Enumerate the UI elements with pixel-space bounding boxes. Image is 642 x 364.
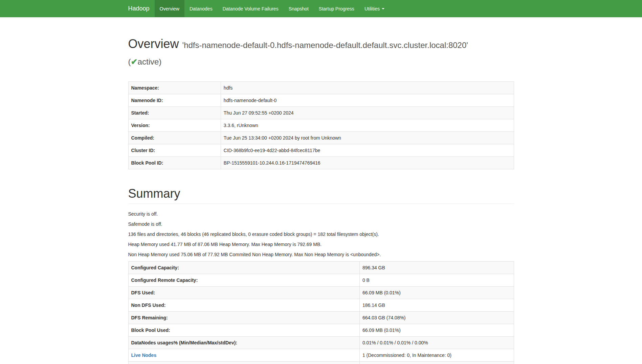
row-label: DFS Remaining:	[128, 312, 359, 324]
row-label: Started:	[128, 107, 221, 119]
nav-item: Snapshot	[284, 0, 314, 17]
row-label: Version:	[128, 119, 221, 132]
row-label: Namespace:	[128, 82, 221, 94]
navbar-menu: Overview Datanodes Datanode Volume Failu…	[155, 0, 390, 17]
nav-item: Overview	[155, 0, 184, 17]
caret-down-icon	[382, 8, 384, 9]
row-value: 0.01% / 0.01% / 0.01% / 0.00%	[359, 337, 514, 349]
nav-item-utilities-label: Utilities	[364, 6, 380, 11]
row-value: 66.09 MB (0.01%)	[359, 287, 514, 299]
row-value: 0 B	[359, 274, 514, 287]
nav-item: Utilities	[359, 0, 390, 17]
row-value: 664.03 GB (74.08%)	[359, 312, 514, 324]
row-value: hdfs-namenode-default-0	[221, 94, 514, 107]
row-label: Live Nodes	[128, 349, 359, 362]
navbar-brand[interactable]: Hadoop	[128, 0, 155, 17]
row-value: 3.3.6, rUnknown	[221, 119, 514, 132]
row-label: Compiled:	[128, 132, 221, 144]
table-row: Non DFS Used: 186.14 GB	[128, 299, 514, 312]
page-title-text: Overview	[128, 37, 179, 51]
summary-table: Configured Capacity: 896.34 GB Configure…	[128, 261, 514, 364]
table-row: Dead Nodes 0 (Decommissioned: 0, In Main…	[128, 362, 514, 364]
row-label: Non DFS Used:	[128, 299, 359, 312]
summary-line-heap-memory: Heap Memory used 41.77 MB of 87.06 MB He…	[128, 241, 514, 248]
table-row: Version: 3.3.6, rUnknown	[128, 119, 514, 132]
row-label: Configured Capacity:	[128, 262, 359, 274]
row-value: 0 (Decommissioned: 0, In Maintenance: 0)	[359, 362, 514, 364]
table-row: Block Pool ID: BP-1515559101-10.244.0.16…	[128, 157, 514, 169]
navbar: Hadoop Overview Datanodes Datanode Volum…	[0, 0, 642, 17]
nav-item: Startup Progress	[314, 0, 359, 17]
navbar-container: Hadoop Overview Datanodes Datanode Volum…	[123, 0, 519, 17]
summary-line-filesystem-objects: 136 files and directories, 46 blocks (46…	[128, 231, 514, 238]
row-value: 896.34 GB	[359, 262, 514, 274]
nav-item: Datanodes	[184, 0, 218, 17]
row-label: Block Pool ID:	[128, 157, 221, 169]
summary-line-security: Security is off.	[128, 211, 514, 217]
row-label: Configured Remote Capacity:	[128, 274, 359, 287]
page-title: Overview 'hdfs-namenode-default-0.hdfs-n…	[128, 36, 514, 69]
row-value: CID-368b9fc0-ee19-4d22-abbd-84fcec8117be	[221, 144, 514, 157]
table-row: Compiled: Tue Jun 25 13:34:00 +0200 2024…	[128, 132, 514, 144]
main-content: Overview 'hdfs-namenode-default-0.hdfs-n…	[123, 36, 519, 364]
table-row: Live Nodes 1 (Decommissioned: 0, In Main…	[128, 349, 514, 362]
nav-item-datanode-volume-failures[interactable]: Datanode Volume Failures	[218, 0, 284, 17]
row-value: BP-1515559101-10.244.0.16-1719474769416	[221, 157, 514, 169]
table-row: Block Pool Used: 66.09 MB (0.01%)	[128, 324, 514, 337]
row-label: DataNodes usages% (Min/Median/Max/stdDev…	[128, 337, 359, 349]
cluster-info-table: Namespace: hdfs Namenode ID: hdfs-nameno…	[128, 81, 514, 169]
nav-item-overview[interactable]: Overview	[155, 0, 184, 17]
table-row: Cluster ID: CID-368b9fc0-ee19-4d22-abbd-…	[128, 144, 514, 157]
row-value: Thu Jun 27 09:52:55 +0200 2024	[221, 107, 514, 119]
active-check-icon: ✔	[131, 57, 138, 66]
summary-header: Summary	[128, 187, 514, 204]
row-label: DFS Used:	[128, 287, 359, 299]
table-row: Started: Thu Jun 27 09:52:55 +0200 2024	[128, 107, 514, 119]
table-row: DataNodes usages% (Min/Median/Max/stdDev…	[128, 337, 514, 349]
live-nodes-link[interactable]: Live Nodes	[131, 353, 157, 358]
table-row: Namenode ID: hdfs-namenode-default-0	[128, 94, 514, 107]
row-label: Dead Nodes	[128, 362, 359, 364]
nav-item-datanodes[interactable]: Datanodes	[184, 0, 218, 17]
nav-item: Datanode Volume Failures	[218, 0, 284, 17]
row-label: Block Pool Used:	[128, 324, 359, 337]
row-value: 1 (Decommissioned: 0, In Maintenance: 0)	[359, 349, 514, 362]
table-row: Configured Capacity: 896.34 GB	[128, 262, 514, 274]
table-row: Configured Remote Capacity: 0 B	[128, 274, 514, 287]
namenode-address: 'hdfs-namenode-default-0.hdfs-namenode-d…	[182, 41, 468, 50]
row-value: 66.09 MB (0.01%)	[359, 324, 514, 337]
row-value: hdfs	[221, 82, 514, 94]
summary-title: Summary	[128, 187, 514, 200]
row-label: Namenode ID:	[128, 94, 221, 107]
row-label: Cluster ID:	[128, 144, 221, 157]
table-row: Namespace: hdfs	[128, 82, 514, 94]
summary-line-non-heap-memory: Non Heap Memory used 75.06 MB of 77.92 M…	[128, 251, 514, 258]
row-value: Tue Jun 25 13:34:00 +0200 2024 by root f…	[221, 132, 514, 144]
nav-item-startup-progress[interactable]: Startup Progress	[314, 0, 359, 17]
row-value: 186.14 GB	[359, 299, 514, 312]
summary-line-safemode: Safemode is off.	[128, 221, 514, 227]
table-row: DFS Used: 66.09 MB (0.01%)	[128, 287, 514, 299]
page-title-subtext: 'hdfs-namenode-default-0.hdfs-namenode-d…	[128, 41, 468, 66]
nav-item-utilities-dropdown[interactable]: Utilities	[359, 0, 390, 17]
table-row: DFS Remaining: 664.03 GB (74.08%)	[128, 312, 514, 324]
status-text: active)	[138, 57, 162, 66]
nav-item-snapshot[interactable]: Snapshot	[284, 0, 314, 17]
status-open-paren: (	[128, 57, 131, 66]
